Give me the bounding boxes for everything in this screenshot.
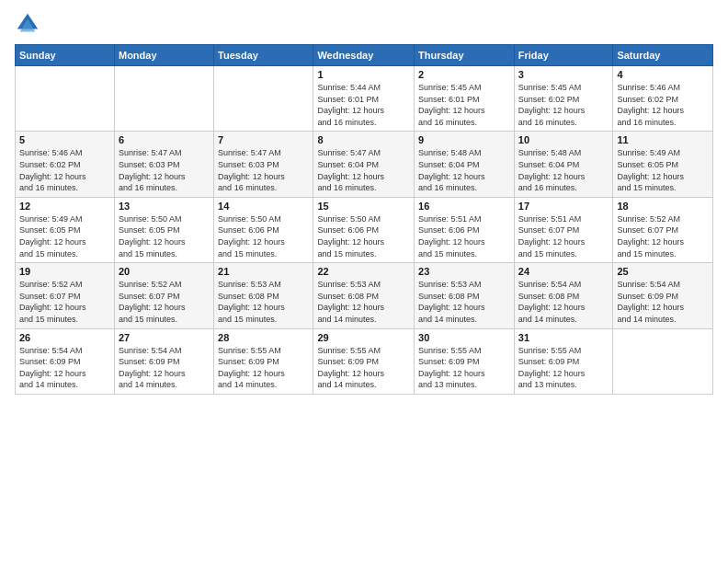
day-cell: 9Sunrise: 5:48 AM Sunset: 6:04 PM Daylig… <box>415 132 515 197</box>
day-cell: 21Sunrise: 5:53 AM Sunset: 6:08 PM Dayli… <box>214 263 313 328</box>
day-info: Sunrise: 5:51 AM Sunset: 6:07 PM Dayligh… <box>518 213 609 259</box>
day-cell: 8Sunrise: 5:47 AM Sunset: 6:04 PM Daylig… <box>313 132 415 197</box>
day-info: Sunrise: 5:50 AM Sunset: 6:06 PM Dayligh… <box>317 213 410 259</box>
day-info: Sunrise: 5:46 AM Sunset: 6:02 PM Dayligh… <box>617 82 709 128</box>
day-number: 17 <box>518 201 609 212</box>
day-number: 9 <box>418 134 510 145</box>
weekday-sunday: Sunday <box>16 45 115 66</box>
day-number: 25 <box>617 266 709 277</box>
day-cell: 22Sunrise: 5:53 AM Sunset: 6:08 PM Dayli… <box>313 263 415 328</box>
day-info: Sunrise: 5:55 AM Sunset: 6:09 PM Dayligh… <box>317 345 410 391</box>
day-cell: 25Sunrise: 5:54 AM Sunset: 6:09 PM Dayli… <box>613 263 713 328</box>
day-cell: 19Sunrise: 5:52 AM Sunset: 6:07 PM Dayli… <box>16 263 115 328</box>
day-info: Sunrise: 5:55 AM Sunset: 6:09 PM Dayligh… <box>518 345 609 391</box>
day-number: 5 <box>19 134 110 145</box>
day-info: Sunrise: 5:46 AM Sunset: 6:02 PM Dayligh… <box>19 147 110 193</box>
day-cell <box>16 66 115 132</box>
day-cell: 10Sunrise: 5:48 AM Sunset: 6:04 PM Dayli… <box>514 132 613 197</box>
day-cell: 5Sunrise: 5:46 AM Sunset: 6:02 PM Daylig… <box>16 132 115 197</box>
day-number: 19 <box>19 266 110 277</box>
day-cell <box>114 66 213 132</box>
day-cell: 27Sunrise: 5:54 AM Sunset: 6:09 PM Dayli… <box>114 328 213 394</box>
day-number: 31 <box>518 332 609 343</box>
day-cell: 20Sunrise: 5:52 AM Sunset: 6:07 PM Dayli… <box>114 263 213 328</box>
day-info: Sunrise: 5:44 AM Sunset: 6:01 PM Dayligh… <box>317 82 410 128</box>
day-number: 12 <box>19 201 110 212</box>
week-row-4: 19Sunrise: 5:52 AM Sunset: 6:07 PM Dayli… <box>16 263 713 328</box>
day-number: 21 <box>218 266 309 277</box>
day-number: 24 <box>518 266 609 277</box>
day-cell: 15Sunrise: 5:50 AM Sunset: 6:06 PM Dayli… <box>313 197 415 262</box>
day-info: Sunrise: 5:48 AM Sunset: 6:04 PM Dayligh… <box>518 147 609 193</box>
day-info: Sunrise: 5:50 AM Sunset: 6:06 PM Dayligh… <box>218 213 309 259</box>
day-info: Sunrise: 5:45 AM Sunset: 6:02 PM Dayligh… <box>518 82 609 128</box>
day-cell: 26Sunrise: 5:54 AM Sunset: 6:09 PM Dayli… <box>16 328 115 394</box>
day-info: Sunrise: 5:49 AM Sunset: 6:05 PM Dayligh… <box>19 213 110 259</box>
day-cell: 18Sunrise: 5:52 AM Sunset: 6:07 PM Dayli… <box>613 197 713 262</box>
week-row-5: 26Sunrise: 5:54 AM Sunset: 6:09 PM Dayli… <box>16 328 713 394</box>
weekday-thursday: Thursday <box>415 45 515 66</box>
day-cell: 13Sunrise: 5:50 AM Sunset: 6:05 PM Dayli… <box>114 197 213 262</box>
day-cell: 2Sunrise: 5:45 AM Sunset: 6:01 PM Daylig… <box>415 66 515 132</box>
day-info: Sunrise: 5:54 AM Sunset: 6:09 PM Dayligh… <box>19 345 110 391</box>
day-cell: 31Sunrise: 5:55 AM Sunset: 6:09 PM Dayli… <box>514 328 613 394</box>
day-number: 7 <box>218 134 309 145</box>
day-info: Sunrise: 5:52 AM Sunset: 6:07 PM Dayligh… <box>617 213 709 259</box>
calendar-table: SundayMondayTuesdayWednesdayThursdayFrid… <box>15 44 713 395</box>
day-cell: 11Sunrise: 5:49 AM Sunset: 6:05 PM Dayli… <box>613 132 713 197</box>
day-info: Sunrise: 5:52 AM Sunset: 6:07 PM Dayligh… <box>119 279 210 325</box>
day-number: 26 <box>19 332 110 343</box>
week-row-3: 12Sunrise: 5:49 AM Sunset: 6:05 PM Dayli… <box>16 197 713 262</box>
day-info: Sunrise: 5:47 AM Sunset: 6:04 PM Dayligh… <box>317 147 410 193</box>
day-info: Sunrise: 5:55 AM Sunset: 6:09 PM Dayligh… <box>218 345 309 391</box>
day-number: 18 <box>617 201 709 212</box>
day-number: 30 <box>418 332 510 343</box>
day-info: Sunrise: 5:48 AM Sunset: 6:04 PM Dayligh… <box>418 147 510 193</box>
day-number: 22 <box>317 266 410 277</box>
day-cell <box>613 328 713 394</box>
day-number: 28 <box>218 332 309 343</box>
day-info: Sunrise: 5:55 AM Sunset: 6:09 PM Dayligh… <box>418 345 510 391</box>
day-info: Sunrise: 5:54 AM Sunset: 6:08 PM Dayligh… <box>518 279 609 325</box>
day-info: Sunrise: 5:53 AM Sunset: 6:08 PM Dayligh… <box>317 279 410 325</box>
day-number: 16 <box>418 201 510 212</box>
week-row-2: 5Sunrise: 5:46 AM Sunset: 6:02 PM Daylig… <box>16 132 713 197</box>
day-cell: 30Sunrise: 5:55 AM Sunset: 6:09 PM Dayli… <box>415 328 515 394</box>
week-row-1: 1Sunrise: 5:44 AM Sunset: 6:01 PM Daylig… <box>16 66 713 132</box>
logo <box>15 11 44 37</box>
day-info: Sunrise: 5:53 AM Sunset: 6:08 PM Dayligh… <box>218 279 309 325</box>
day-number: 8 <box>317 134 410 145</box>
day-cell: 14Sunrise: 5:50 AM Sunset: 6:06 PM Dayli… <box>214 197 313 262</box>
weekday-tuesday: Tuesday <box>214 45 313 66</box>
day-number: 10 <box>518 134 609 145</box>
weekday-header-row: SundayMondayTuesdayWednesdayThursdayFrid… <box>16 45 713 66</box>
day-cell: 16Sunrise: 5:51 AM Sunset: 6:06 PM Dayli… <box>415 197 515 262</box>
day-number: 14 <box>218 201 309 212</box>
day-cell: 4Sunrise: 5:46 AM Sunset: 6:02 PM Daylig… <box>613 66 713 132</box>
day-cell: 29Sunrise: 5:55 AM Sunset: 6:09 PM Dayli… <box>313 328 415 394</box>
day-number: 20 <box>119 266 210 277</box>
day-number: 3 <box>518 69 609 80</box>
day-cell <box>214 66 313 132</box>
day-number: 15 <box>317 201 410 212</box>
day-cell: 17Sunrise: 5:51 AM Sunset: 6:07 PM Dayli… <box>514 197 613 262</box>
day-info: Sunrise: 5:45 AM Sunset: 6:01 PM Dayligh… <box>418 82 510 128</box>
day-info: Sunrise: 5:50 AM Sunset: 6:05 PM Dayligh… <box>119 213 210 259</box>
weekday-wednesday: Wednesday <box>313 45 415 66</box>
day-number: 2 <box>418 69 510 80</box>
header <box>15 11 713 37</box>
day-cell: 12Sunrise: 5:49 AM Sunset: 6:05 PM Dayli… <box>16 197 115 262</box>
day-number: 4 <box>617 69 709 80</box>
day-info: Sunrise: 5:51 AM Sunset: 6:06 PM Dayligh… <box>418 213 510 259</box>
logo-icon <box>15 11 40 37</box>
day-info: Sunrise: 5:52 AM Sunset: 6:07 PM Dayligh… <box>19 279 110 325</box>
day-number: 29 <box>317 332 410 343</box>
day-info: Sunrise: 5:54 AM Sunset: 6:09 PM Dayligh… <box>119 345 210 391</box>
day-cell: 23Sunrise: 5:53 AM Sunset: 6:08 PM Dayli… <box>415 263 515 328</box>
weekday-friday: Friday <box>514 45 613 66</box>
page: SundayMondayTuesdayWednesdayThursdayFrid… <box>0 0 728 563</box>
day-number: 13 <box>119 201 210 212</box>
day-number: 11 <box>617 134 709 145</box>
day-info: Sunrise: 5:53 AM Sunset: 6:08 PM Dayligh… <box>418 279 510 325</box>
day-cell: 1Sunrise: 5:44 AM Sunset: 6:01 PM Daylig… <box>313 66 415 132</box>
